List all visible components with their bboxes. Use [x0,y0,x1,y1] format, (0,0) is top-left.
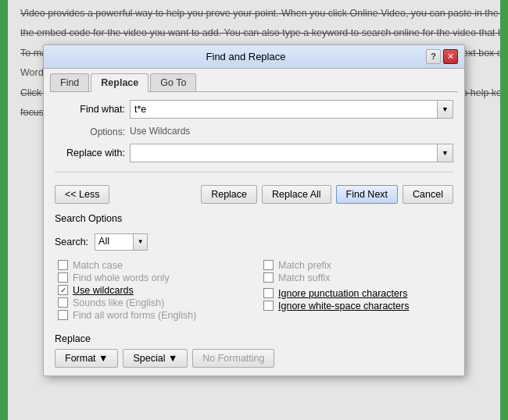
ignore-punctuation-label: Ignore punctuation characters [278,288,407,299]
match-prefix-row: Match prefix [263,260,453,271]
dialog-title: Find and Replace [66,51,426,62]
dialog-tabs: Find Replace Go To [44,69,464,92]
ignore-whitespace-checkbox[interactable] [263,301,274,311]
tab-replace[interactable]: Replace [91,73,148,92]
cancel-button[interactable]: Cancel [402,185,453,204]
dialog-body: Find what: ▼ Options: Use Wildcards Repl… [44,92,464,376]
replace-with-row: Replace with: ▼ [55,144,453,162]
right-options: Match prefix Match suffix Ignore punctua… [263,260,453,322]
replace-section: Replace Format ▼ Special ▼ No Formatting [55,333,453,368]
no-formatting-button[interactable]: No Formatting [192,349,274,368]
match-case-checkbox[interactable] [58,260,68,270]
special-button[interactable]: Special ▼ [123,349,188,368]
tab-find[interactable]: Find [50,73,89,92]
tab-goto[interactable]: Go To [150,73,196,92]
find-all-forms-row: Find all word forms (English) [58,310,248,321]
use-wildcards-checkbox[interactable] [58,285,68,295]
format-button[interactable]: Format ▼ [55,349,118,368]
replace-with-input[interactable] [130,144,438,162]
match-case-row: Match case [58,260,248,271]
find-next-button[interactable]: Find Next [336,185,399,204]
search-select-arrow[interactable]: ▼ [134,233,148,251]
sounds-like-row: Sounds like (English) [58,297,248,308]
match-prefix-checkbox[interactable] [263,260,274,270]
replace-section-title: Replace [55,333,453,344]
replace-all-button[interactable]: Replace All [262,185,331,204]
match-case-label: Match case [73,260,123,271]
ignore-punctuation-checkbox[interactable] [263,288,274,298]
match-suffix-row: Match suffix [263,272,453,283]
titlebar-buttons: ? ✕ [426,49,458,64]
search-options-grid: Match case Find whole words only Use wil… [58,260,453,322]
match-suffix-checkbox[interactable] [263,272,274,283]
find-what-input[interactable] [130,100,438,119]
use-wildcards-label: Use wildcards [73,285,134,296]
ignore-whitespace-row: Ignore white-space characters [263,301,453,311]
replace-button[interactable]: Replace [201,185,257,204]
ignore-whitespace-label: Ignore white-space characters [278,301,409,311]
close-button[interactable]: ✕ [443,49,458,64]
separator-1 [55,172,453,173]
action-buttons: << Less Replace Replace All Find Next Ca… [55,185,453,204]
find-whole-words-row: Find whole words only [58,272,248,283]
find-what-input-wrapper: ▼ [130,100,453,119]
replace-with-label: Replace with: [55,148,125,158]
match-suffix-label: Match suffix [278,272,330,283]
search-options-title: Search Options [55,213,453,224]
ignore-punctuation-row: Ignore punctuation characters [263,288,453,299]
modal-overlay: Find and Replace ? ✕ Find Replace Go To … [0,0,508,420]
find-what-dropdown[interactable]: ▼ [438,100,453,119]
help-button[interactable]: ? [426,49,441,64]
find-whole-words-label: Find whole words only [73,272,170,283]
find-whole-words-checkbox[interactable] [58,272,68,283]
find-all-forms-checkbox[interactable] [58,310,68,320]
options-label: Options: [55,125,125,137]
use-wildcards-row: Use wildcards [58,285,248,296]
replace-with-input-wrapper: ▼ [130,144,453,162]
find-what-row: Find what: ▼ [55,100,453,119]
less-button[interactable]: << Less [55,185,109,204]
sounds-like-label: Sounds like (English) [73,297,164,308]
match-prefix-label: Match prefix [278,260,331,271]
find-replace-dialog: Find and Replace ? ✕ Find Replace Go To … [43,44,465,376]
left-options: Match case Find whole words only Use wil… [58,260,248,322]
find-all-forms-label: Find all word forms (English) [73,310,196,321]
options-row: Options: Use Wildcards [55,125,453,137]
search-select-wrapper: All ▼ [95,233,148,251]
replace-with-dropdown[interactable]: ▼ [438,144,453,162]
options-value: Use Wildcards [130,126,190,137]
dialog-titlebar: Find and Replace ? ✕ [44,45,464,69]
find-what-label: Find what: [55,104,125,115]
search-select-box[interactable]: All [95,233,134,251]
sounds-like-checkbox[interactable] [58,297,68,308]
search-all-row: Search: All ▼ [55,233,453,251]
replace-format-buttons: Format ▼ Special ▼ No Formatting [55,349,453,368]
search-label: Search: [55,237,88,247]
